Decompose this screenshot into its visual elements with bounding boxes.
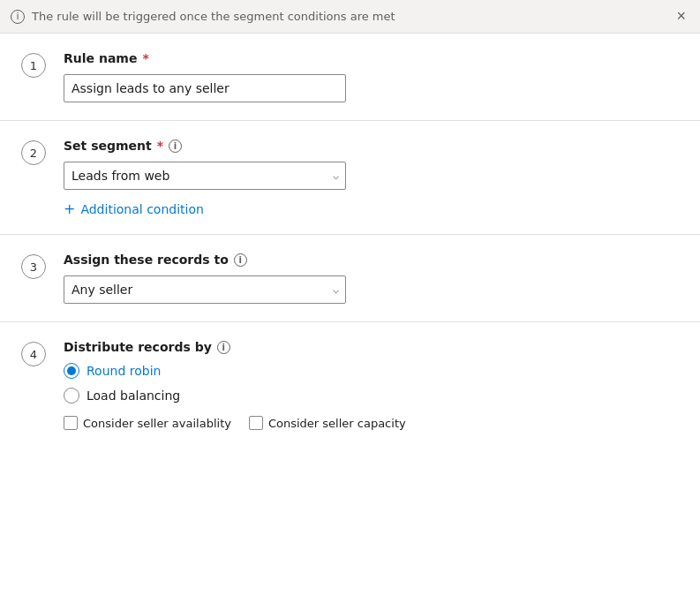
close-icon: ×: [676, 7, 686, 26]
step-1-number: 1: [21, 53, 46, 78]
section-2-title: Set segment * i: [64, 139, 679, 153]
section-2-body: Set segment * i Leads from web Leads fro…: [64, 139, 679, 216]
checkbox-capacity-box[interactable]: [249, 416, 263, 430]
radio-round-robin-fill: [67, 366, 76, 375]
checkbox-availability-label: Consider seller availablity: [83, 417, 231, 430]
additional-condition-button[interactable]: + Additional condition: [64, 202, 679, 216]
radio-load-balancing[interactable]: Load balancing: [64, 388, 679, 404]
additional-condition-label: Additional condition: [80, 202, 203, 216]
checkbox-row: Consider seller availablity Consider sel…: [64, 416, 679, 430]
section-assign-records: 3 Assign these records to i Any seller S…: [0, 235, 700, 322]
radio-round-robin-button[interactable]: [64, 363, 79, 379]
step-2-number: 2: [21, 140, 46, 165]
content-area: 1 Rule name * 2 Set segment * i Leads fr…: [0, 34, 700, 596]
section-3-body: Assign these records to i Any seller Spe…: [64, 253, 679, 304]
distribute-radio-group: Round robin Load balancing: [64, 363, 679, 404]
required-star-2: *: [157, 139, 163, 153]
step-3-number: 3: [21, 254, 46, 279]
section-distribute: 4 Distribute records by i Round robin Lo…: [0, 322, 700, 448]
section-1-title: Rule name *: [64, 51, 679, 65]
assign-select-wrapper: Any seller Specific seller Team ⌵: [64, 275, 346, 304]
assign-select[interactable]: Any seller Specific seller Team: [64, 275, 346, 304]
section-rule-name: 1 Rule name *: [0, 34, 700, 121]
radio-load-balancing-button[interactable]: [64, 388, 79, 404]
section-4-title: Distribute records by i: [64, 340, 679, 354]
top-bar-message-area: i The rule will be triggered once the se…: [11, 10, 395, 24]
top-bar-info-icon: i: [11, 10, 25, 24]
section-4-info-icon[interactable]: i: [217, 341, 230, 354]
step-4-number: 4: [21, 342, 46, 366]
section-2-info-icon[interactable]: i: [169, 140, 182, 153]
top-bar: i The rule will be triggered once the se…: [0, 0, 700, 34]
checkbox-seller-capacity[interactable]: Consider seller capacity: [249, 416, 406, 430]
radio-load-balancing-label: Load balancing: [87, 389, 180, 403]
radio-round-robin[interactable]: Round robin: [64, 363, 679, 379]
section-3-info-icon[interactable]: i: [234, 253, 247, 267]
close-button[interactable]: ×: [673, 5, 689, 27]
section-3-title: Assign these records to i: [64, 253, 679, 267]
top-bar-message: The rule will be triggered once the segm…: [32, 10, 395, 23]
rule-name-input[interactable]: [64, 74, 346, 102]
segment-select[interactable]: Leads from web Leads from email All lead…: [64, 162, 346, 190]
checkbox-seller-availability[interactable]: Consider seller availablity: [64, 416, 231, 430]
section-1-body: Rule name *: [64, 51, 679, 102]
segment-select-wrapper: Leads from web Leads from email All lead…: [64, 162, 346, 190]
checkbox-availability-box[interactable]: [64, 416, 78, 430]
required-star-1: *: [142, 51, 148, 65]
section-set-segment: 2 Set segment * i Leads from web Leads f…: [0, 121, 700, 235]
plus-icon: +: [64, 202, 75, 216]
checkbox-capacity-label: Consider seller capacity: [268, 417, 406, 430]
radio-round-robin-label: Round robin: [87, 364, 161, 378]
section-4-body: Distribute records by i Round robin Load…: [64, 340, 679, 430]
